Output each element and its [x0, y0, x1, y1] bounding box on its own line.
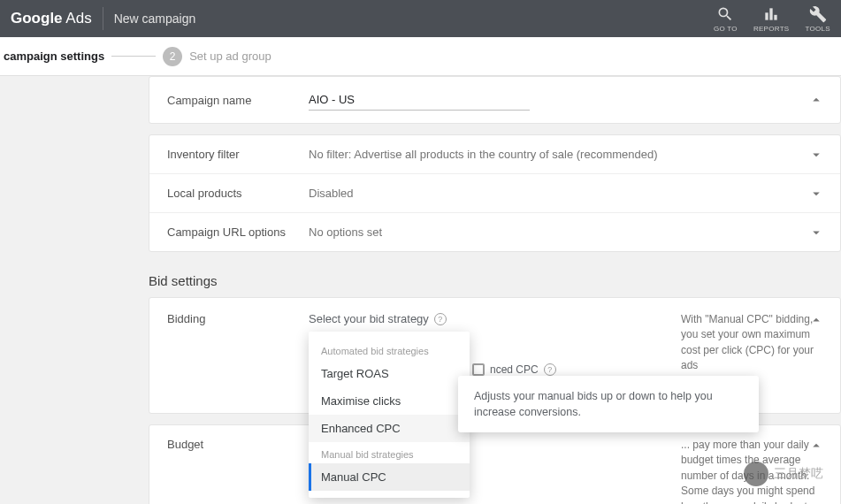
filters-card: Inventory filter No filter: Advertise al… — [149, 134, 841, 252]
url-options-row[interactable]: Campaign URL options No options set — [149, 213, 840, 251]
campaign-name-card: Campaign name — [149, 76, 841, 124]
page-title: New campaign — [114, 11, 196, 26]
watermark: 三月梦呓 — [744, 462, 823, 486]
option-target-roas[interactable]: Target ROAS — [309, 360, 470, 387]
chart-icon — [762, 5, 780, 23]
campaign-name-row[interactable]: Campaign name — [149, 77, 840, 123]
svg-rect-2 — [775, 14, 777, 19]
campaign-name-label: Campaign name — [167, 94, 309, 107]
main-content: Campaign name Inventory filter No filter… — [0, 76, 841, 504]
bid-strategy-selector[interactable]: Select your bid strategy ? — [309, 312, 663, 325]
svg-rect-0 — [766, 12, 768, 19]
enhanced-cpc-checkbox-row[interactable]: nced CPC ? — [472, 363, 556, 376]
chevron-down-icon — [808, 147, 824, 163]
dropdown-group-automated: Automated bid strategies — [309, 339, 470, 360]
svg-rect-1 — [770, 8, 773, 19]
help-icon[interactable]: ? — [544, 363, 556, 376]
step-ad-group[interactable]: 2 Set up ad group — [163, 47, 271, 66]
dropdown-group-manual: Manual bid strategies — [309, 442, 470, 463]
goto-button[interactable]: GO TO — [714, 5, 738, 33]
option-manual-cpc[interactable]: Manual CPC — [309, 463, 470, 491]
bid-settings-title: Bid settings — [149, 263, 841, 297]
inventory-filter-row[interactable]: Inventory filter No filter: Advertise al… — [149, 135, 840, 174]
option-maximise-clicks[interactable]: Maximise clicks — [309, 387, 470, 415]
local-products-row[interactable]: Local products Disabled — [149, 174, 840, 213]
option-enhanced-cpc[interactable]: Enhanced CPC — [309, 415, 470, 442]
budget-card: Budget ... pay more than your daily budg… — [149, 424, 841, 504]
wrench-icon — [809, 5, 827, 23]
reports-button[interactable]: REPORTS — [753, 5, 790, 33]
chevron-up-icon — [808, 92, 824, 108]
budget-row: Budget ... pay more than your daily budg… — [149, 425, 840, 504]
logo: Google Ads — [11, 10, 92, 27]
stepper: campaign settings 2 Set up ad group — [0, 37, 841, 76]
watermark-icon — [744, 462, 768, 486]
campaign-name-input[interactable] — [309, 89, 530, 111]
chevron-down-icon — [808, 225, 824, 241]
checkbox-icon[interactable] — [472, 363, 485, 376]
chevron-down-icon — [808, 186, 824, 202]
step-connector — [111, 56, 156, 57]
chevron-up-icon — [808, 312, 824, 328]
enhanced-cpc-tooltip: Adjusts your manual bids up or down to h… — [458, 376, 759, 432]
help-icon[interactable]: ? — [434, 313, 447, 325]
search-icon — [716, 5, 734, 23]
app-header: Google Ads New campaign GO TO REPORTS TO… — [0, 0, 841, 37]
step-campaign-settings[interactable]: campaign settings — [4, 50, 104, 63]
divider — [103, 7, 103, 30]
chevron-up-icon — [808, 438, 824, 454]
tools-button[interactable]: TOOLS — [806, 5, 830, 33]
bid-strategy-dropdown: Automated bid strategies Target ROAS Max… — [309, 332, 470, 498]
